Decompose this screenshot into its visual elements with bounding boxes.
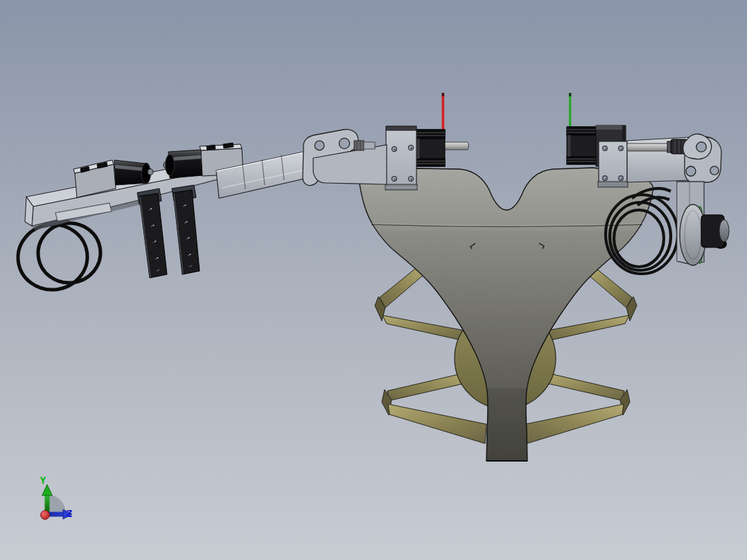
cad-viewport[interactable]: Y Z [0,0,747,560]
shaft-right [627,143,673,151]
shaft-coupler-left [354,141,364,150]
x-axis-origin [41,511,50,520]
z-axis-label: Z [67,508,72,519]
y-axis-label: Y [40,475,46,486]
stepper-motor-left [416,130,445,166]
elbow-linkage-right[interactable] [683,134,721,183]
green-axis-marker [569,96,571,130]
red-axis-marker [442,96,445,132]
mount-flange-right [598,182,628,187]
z-axis-arrow [47,512,65,517]
roller-hub-cap [719,220,729,242]
stepper-shaft-left [444,142,468,150]
viewport-background [0,0,747,560]
stepper-motor-right [567,127,597,164]
